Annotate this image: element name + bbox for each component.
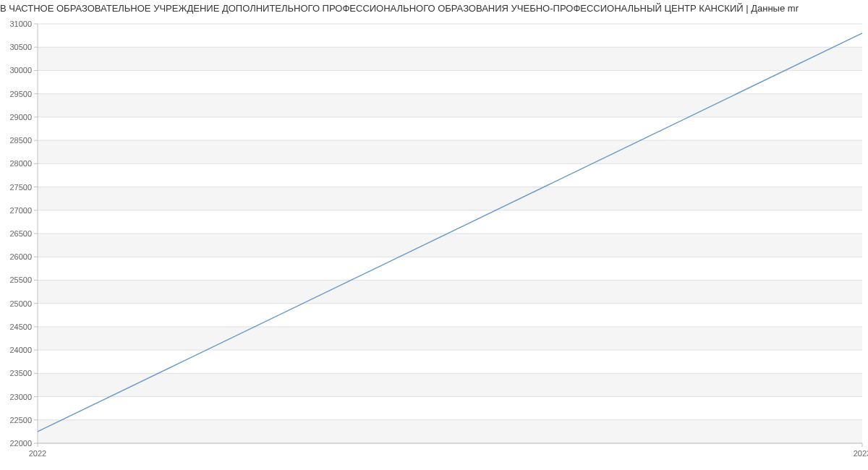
y-tick-label: 26500 [9,229,32,238]
y-tick-label: 22500 [9,416,32,424]
y-tick-label: 24000 [9,346,32,354]
grid-band [38,94,862,117]
y-tick-label: 23000 [9,393,32,401]
grid-band [38,327,862,350]
chart-title: В ЧАСТНОЕ ОБРАЗОВАТЕЛЬНОЕ УЧРЕЖДЕНИЕ ДОП… [0,0,868,15]
grid-band [38,373,862,396]
y-tick-label: 31000 [9,20,32,28]
plot-area: 2200022500230002350024000245002500025500… [0,17,868,458]
y-tick-label: 30500 [9,43,32,51]
chart-container: В ЧАСТНОЕ ОБРАЗОВАТЕЛЬНОЕ УЧРЕЖДЕНИЕ ДОП… [0,0,868,470]
data-line [38,33,862,432]
y-tick-label: 28000 [9,159,32,168]
grid-band [38,47,862,70]
grid-band [38,234,862,257]
grid-band [38,420,862,443]
y-tick-label: 24500 [9,322,32,331]
y-tick-label: 29000 [9,113,32,121]
x-tick-label: 2023 [854,449,868,458]
x-tick-label: 2022 [29,449,46,458]
y-tick-label: 30000 [9,66,32,74]
y-tick-label: 25500 [9,275,32,284]
grid-band [38,140,862,163]
y-tick-label: 26000 [9,252,32,261]
y-tick-label: 27500 [9,183,32,192]
y-tick-label: 23500 [9,369,32,377]
grid-band [38,280,862,303]
y-tick-label: 29500 [9,90,32,98]
y-tick-label: 27000 [9,206,32,215]
grid-band [38,187,862,210]
y-tick-label: 28500 [9,136,32,145]
y-tick-label: 25000 [9,299,32,308]
y-tick-label: 22000 [9,439,32,448]
chart-svg: 2200022500230002350024000245002500025500… [0,17,868,458]
